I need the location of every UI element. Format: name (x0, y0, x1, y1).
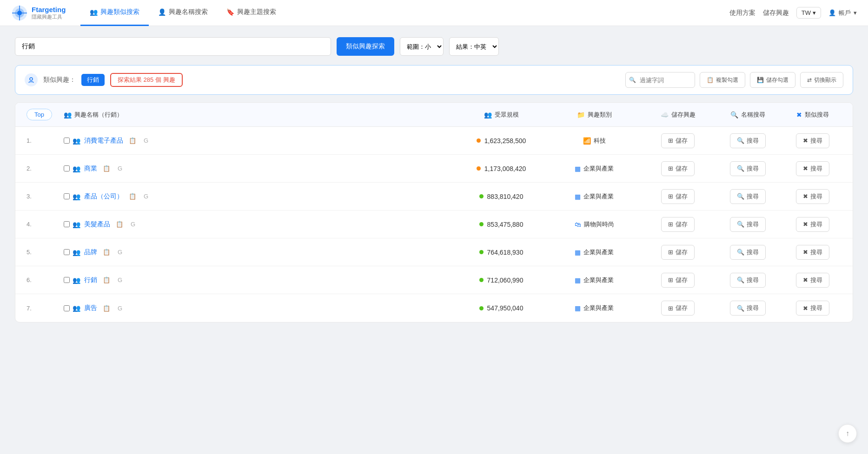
save-interest-btn-3[interactable]: ⊞ 儲存 (661, 189, 695, 204)
name-search-btn-5[interactable]: 🔍 搜尋 (730, 245, 766, 260)
similar-search-btn-7[interactable]: ✖ 搜尋 (796, 301, 829, 316)
row-user-icon-1: 👥 (73, 137, 80, 145)
similar-search-btn-2[interactable]: ✖ 搜尋 (796, 161, 829, 176)
row-search-cell-6: 🔍 搜尋 (715, 268, 780, 292)
search-input[interactable] (15, 37, 331, 56)
region-selector[interactable]: TW ▾ (796, 7, 821, 19)
save-btn-icon-3: ⊞ (668, 193, 673, 200)
search-btn-icon-5: 🔍 (737, 249, 744, 256)
th-save: ☁️ 儲存興趣 (641, 105, 715, 125)
row-checkbox-1[interactable] (64, 138, 70, 144)
header-right: 使用方案 儲存興趣 TW ▾ 👤 帳戶 ▾ (729, 7, 857, 19)
save-interest-btn-4[interactable]: ⊞ 儲存 (661, 217, 695, 232)
row-save-cell-7: ⊞ 儲存 (641, 296, 715, 320)
plan-link[interactable]: 使用方案 (729, 9, 755, 17)
th-save-label: 儲存興趣 (671, 111, 696, 119)
copy-name-icon-6[interactable]: 📋 (101, 276, 112, 284)
interest-name-4[interactable]: 美髮產品 (84, 220, 110, 229)
header: Ftargeting 隱藏興趣工具 👥 興趣類似搜索 👤 興趣名稱搜索 🔖 興趣… (0, 0, 868, 26)
save-selected-button[interactable]: 💾 儲存勾選 (750, 72, 795, 88)
copy-name-icon-1[interactable]: 📋 (127, 136, 138, 145)
similar-search-btn-6[interactable]: ✖ 搜尋 (796, 273, 829, 288)
audience-dot-3 (479, 194, 484, 198)
audience-num-6: 712,060,990 (487, 276, 523, 284)
row-checkbox-7[interactable] (64, 305, 70, 311)
row-checkbox-4[interactable] (64, 221, 70, 227)
google-icon-5[interactable]: G (116, 248, 124, 257)
google-icon-3[interactable]: G (142, 192, 150, 201)
save-interest-btn-5[interactable]: ⊞ 儲存 (661, 245, 695, 260)
google-icon-7[interactable]: G (116, 304, 124, 313)
search-btn-label-6: 搜尋 (747, 276, 759, 284)
row-checkbox-3[interactable] (64, 193, 70, 199)
interest-name-2[interactable]: 商業 (84, 164, 97, 173)
search-btn-label-1: 搜尋 (747, 137, 759, 145)
row-checkbox-5[interactable] (64, 249, 70, 255)
google-icon-6[interactable]: G (116, 276, 124, 284)
switch-display-button[interactable]: ⇄ 切換顯示 (800, 72, 843, 88)
nav-tab-similar[interactable]: 👥 興趣類似搜索 (80, 0, 149, 26)
top-badge[interactable]: Top (27, 109, 52, 120)
copy-name-icon-7[interactable]: 📋 (101, 304, 112, 313)
name-search-btn-6[interactable]: 🔍 搜尋 (730, 273, 766, 288)
name-search-btn-4[interactable]: 🔍 搜尋 (730, 217, 766, 232)
interest-name-7[interactable]: 廣告 (84, 304, 97, 312)
search-btn-icon-1: 🔍 (737, 137, 744, 144)
result-select[interactable]: 結果：中英 結果：中文 結果：英文 (449, 37, 499, 56)
audience-num-7: 547,950,040 (487, 304, 523, 312)
save-interest-btn-6[interactable]: ⊞ 儲存 (661, 273, 695, 288)
copy-selected-button[interactable]: 📋 複製勾選 (700, 72, 745, 88)
name-search-btn-2[interactable]: 🔍 搜尋 (730, 161, 766, 176)
save-interest-btn-2[interactable]: ⊞ 儲存 (661, 161, 695, 176)
logo-area: Ftargeting 隱藏興趣工具 (11, 5, 66, 21)
row-checkbox-6[interactable] (64, 277, 70, 283)
interest-name-1[interactable]: 消費電子產品 (84, 137, 123, 145)
google-icon-1[interactable]: G (142, 136, 150, 145)
similar-search-btn-4[interactable]: ✖ 搜尋 (796, 217, 829, 232)
th-similar-label: 類似搜尋 (805, 111, 829, 119)
name-search-btn-3[interactable]: 🔍 搜尋 (730, 189, 766, 204)
copy-name-icon-2[interactable]: 📋 (101, 164, 112, 173)
save-link[interactable]: 儲存興趣 (763, 9, 789, 17)
interest-name-3[interactable]: 產品（公司） (84, 192, 123, 201)
row-save-cell-5: ⊞ 儲存 (641, 240, 715, 264)
region-value: TW (802, 9, 811, 16)
copy-name-icon-5[interactable]: 📋 (101, 248, 112, 257)
copy-name-icon-3[interactable]: 📋 (127, 192, 138, 201)
similar-search-btn-1[interactable]: ✖ 搜尋 (796, 133, 829, 148)
similar-search-btn-5[interactable]: ✖ 搜尋 (796, 245, 829, 260)
logo-icon (11, 5, 28, 21)
category-icon-3: ▦ (575, 193, 581, 200)
search-btn-label-5: 搜尋 (747, 248, 759, 257)
row-user-icon-6: 👥 (73, 276, 80, 284)
row-audience-cell-7: 547,950,040 (455, 300, 548, 316)
save-btn-icon-1: ⊞ (668, 137, 673, 144)
name-search-btn-1[interactable]: 🔍 搜尋 (730, 133, 766, 148)
category-icon-5: ▦ (575, 249, 581, 256)
audience-dot-4 (479, 222, 484, 226)
nav-tab-topic[interactable]: 🔖 興趣主題搜索 (217, 0, 285, 26)
row-search-cell-1: 🔍 搜尋 (715, 129, 780, 153)
switch-display-label: 切換顯示 (814, 76, 836, 84)
copy-icon: 📋 (707, 77, 714, 83)
row-checkbox-2[interactable] (64, 165, 70, 171)
google-icon-4[interactable]: G (129, 220, 137, 229)
interest-name-5[interactable]: 品牌 (84, 248, 97, 257)
google-icon-2[interactable]: G (116, 164, 124, 173)
account-button[interactable]: 👤 帳戶 ▾ (828, 9, 857, 17)
similar-search-btn-3[interactable]: ✖ 搜尋 (796, 189, 829, 204)
category-icon-7: ▦ (575, 304, 581, 312)
search-button[interactable]: 類似興趣探索 (337, 37, 394, 56)
save-btn-icon-2: ⊞ (668, 165, 673, 172)
nav-tab-name[interactable]: 👤 興趣名稱搜索 (149, 0, 217, 26)
save-btn-icon-4: ⊞ (668, 221, 673, 228)
row-category-cell-2: ▦ 企業與產業 (548, 160, 641, 178)
interest-name-6[interactable]: 行銷 (84, 276, 97, 284)
category-text-3: 企業與產業 (583, 192, 614, 201)
copy-name-icon-4[interactable]: 📋 (114, 220, 125, 229)
row-user-icon-2: 👥 (73, 165, 80, 172)
name-search-btn-7[interactable]: 🔍 搜尋 (730, 301, 766, 316)
save-interest-btn-7[interactable]: ⊞ 儲存 (661, 301, 695, 316)
scope-select[interactable]: 範圍：小 範圍：中 範圍：大 (400, 37, 444, 56)
save-interest-btn-1[interactable]: ⊞ 儲存 (661, 133, 695, 148)
